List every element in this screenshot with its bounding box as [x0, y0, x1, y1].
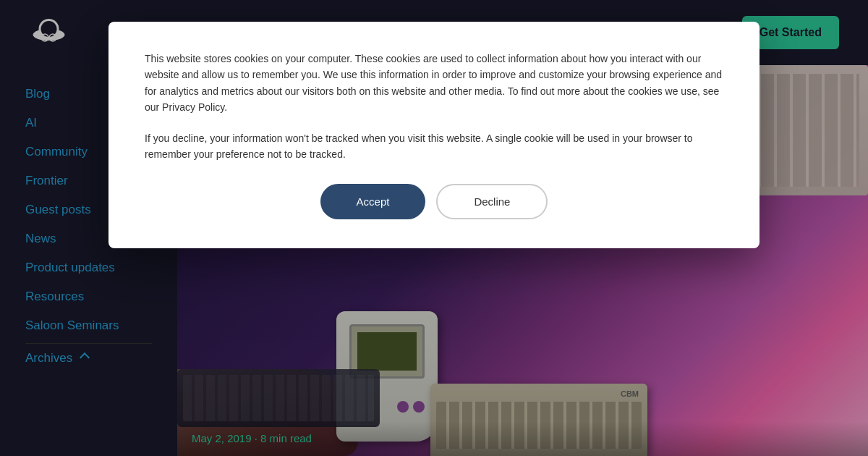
cookie-text-1: This website stores cookies on your comp… — [145, 51, 723, 116]
cookie-modal: This website stores cookies on your comp… — [109, 22, 760, 248]
cookie-buttons: Accept Decline — [145, 184, 723, 219]
accept-button[interactable]: Accept — [320, 184, 426, 219]
cookie-overlay: This website stores cookies on your comp… — [0, 0, 868, 456]
cookie-text-2: If you decline, your information won't b… — [145, 130, 723, 163]
decline-button[interactable]: Decline — [436, 184, 548, 219]
